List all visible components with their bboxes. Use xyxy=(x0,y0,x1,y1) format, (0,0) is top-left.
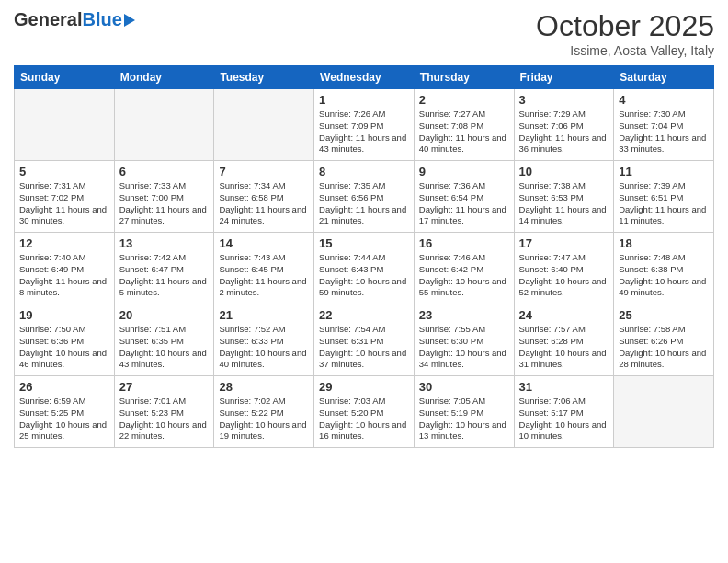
calendar-cell: 27Sunrise: 7:01 AM Sunset: 5:23 PM Dayli… xyxy=(114,376,214,448)
day-info: Sunrise: 7:06 AM Sunset: 5:17 PM Dayligh… xyxy=(519,396,609,442)
calendar-cell: 7Sunrise: 7:34 AM Sunset: 6:58 PM Daylig… xyxy=(214,161,314,233)
day-number: 28 xyxy=(219,380,309,394)
day-info: Sunrise: 7:58 AM Sunset: 6:26 PM Dayligh… xyxy=(619,324,709,371)
day-number: 2 xyxy=(419,93,509,107)
day-number: 23 xyxy=(419,308,509,322)
day-number: 11 xyxy=(619,165,709,178)
calendar-cell xyxy=(114,89,214,161)
calendar-header: SundayMondayTuesdayWednesdayThursdayFrid… xyxy=(15,66,714,89)
day-info: Sunrise: 7:42 AM Sunset: 6:47 PM Dayligh… xyxy=(119,252,210,299)
day-info: Sunrise: 7:48 AM Sunset: 6:38 PM Dayligh… xyxy=(619,252,709,299)
calendar-cell: 21Sunrise: 7:52 AM Sunset: 6:33 PM Dayli… xyxy=(214,304,314,376)
calendar-cell: 6Sunrise: 7:33 AM Sunset: 7:00 PM Daylig… xyxy=(114,161,214,233)
day-info: Sunrise: 7:34 AM Sunset: 6:58 PM Dayligh… xyxy=(219,180,309,227)
day-number: 21 xyxy=(219,308,309,322)
logo-general: General xyxy=(14,9,82,29)
day-info: Sunrise: 6:59 AM Sunset: 5:25 PM Dayligh… xyxy=(19,396,109,442)
week-row-5: 26Sunrise: 6:59 AM Sunset: 5:25 PM Dayli… xyxy=(15,376,714,448)
logo-text: GeneralBlue xyxy=(14,9,135,30)
day-number: 20 xyxy=(119,308,210,322)
calendar-body: 1Sunrise: 7:26 AM Sunset: 7:09 PM Daylig… xyxy=(15,89,714,448)
day-number: 5 xyxy=(19,165,109,178)
calendar-cell: 28Sunrise: 7:02 AM Sunset: 5:22 PM Dayli… xyxy=(214,376,314,448)
calendar-cell xyxy=(214,89,314,161)
day-info: Sunrise: 7:46 AM Sunset: 6:42 PM Dayligh… xyxy=(419,252,509,299)
day-info: Sunrise: 7:47 AM Sunset: 6:40 PM Dayligh… xyxy=(519,252,609,299)
calendar-cell: 10Sunrise: 7:38 AM Sunset: 6:53 PM Dayli… xyxy=(514,161,614,233)
day-info: Sunrise: 7:30 AM Sunset: 7:04 PM Dayligh… xyxy=(619,109,709,155)
calendar-cell: 2Sunrise: 7:27 AM Sunset: 7:08 PM Daylig… xyxy=(414,89,514,161)
calendar-cell: 16Sunrise: 7:46 AM Sunset: 6:42 PM Dayli… xyxy=(414,233,514,304)
calendar-cell: 26Sunrise: 6:59 AM Sunset: 5:25 PM Dayli… xyxy=(15,376,115,448)
calendar-cell: 19Sunrise: 7:50 AM Sunset: 6:36 PM Dayli… xyxy=(15,304,115,376)
weekday-header-monday: Monday xyxy=(114,66,214,89)
day-number: 15 xyxy=(319,236,409,250)
calendar-cell: 4Sunrise: 7:30 AM Sunset: 7:04 PM Daylig… xyxy=(614,89,714,161)
day-number: 9 xyxy=(419,165,509,178)
day-info: Sunrise: 7:55 AM Sunset: 6:30 PM Dayligh… xyxy=(419,324,509,371)
day-info: Sunrise: 7:35 AM Sunset: 6:56 PM Dayligh… xyxy=(319,180,409,227)
day-number: 1 xyxy=(319,93,409,107)
logo: GeneralBlue xyxy=(14,9,135,30)
calendar-cell: 3Sunrise: 7:29 AM Sunset: 7:06 PM Daylig… xyxy=(514,89,614,161)
day-info: Sunrise: 7:36 AM Sunset: 6:54 PM Dayligh… xyxy=(419,180,509,227)
day-number: 26 xyxy=(19,380,109,394)
day-info: Sunrise: 7:29 AM Sunset: 7:06 PM Dayligh… xyxy=(519,109,609,155)
day-number: 12 xyxy=(19,236,109,250)
day-info: Sunrise: 7:52 AM Sunset: 6:33 PM Dayligh… xyxy=(219,324,309,371)
calendar-cell: 17Sunrise: 7:47 AM Sunset: 6:40 PM Dayli… xyxy=(514,233,614,304)
subtitle: Issime, Aosta Valley, Italy xyxy=(536,43,714,58)
calendar-cell xyxy=(614,376,714,448)
month-title: October 2025 xyxy=(536,9,714,43)
day-number: 30 xyxy=(419,380,509,394)
day-number: 24 xyxy=(519,308,609,322)
day-info: Sunrise: 7:33 AM Sunset: 7:00 PM Dayligh… xyxy=(119,180,210,227)
logo-arrow-icon xyxy=(124,14,135,27)
day-info: Sunrise: 7:40 AM Sunset: 6:49 PM Dayligh… xyxy=(19,252,109,299)
weekday-header-tuesday: Tuesday xyxy=(214,66,314,89)
day-number: 14 xyxy=(219,236,309,250)
calendar-cell: 25Sunrise: 7:58 AM Sunset: 6:26 PM Dayli… xyxy=(614,304,714,376)
day-number: 17 xyxy=(519,236,609,250)
calendar-cell: 20Sunrise: 7:51 AM Sunset: 6:35 PM Dayli… xyxy=(114,304,214,376)
calendar-cell: 9Sunrise: 7:36 AM Sunset: 6:54 PM Daylig… xyxy=(414,161,514,233)
day-number: 18 xyxy=(619,236,709,250)
day-info: Sunrise: 7:26 AM Sunset: 7:09 PM Dayligh… xyxy=(319,109,409,155)
calendar-cell: 5Sunrise: 7:31 AM Sunset: 7:02 PM Daylig… xyxy=(15,161,115,233)
calendar-cell: 30Sunrise: 7:05 AM Sunset: 5:19 PM Dayli… xyxy=(414,376,514,448)
calendar-cell: 23Sunrise: 7:55 AM Sunset: 6:30 PM Dayli… xyxy=(414,304,514,376)
day-number: 3 xyxy=(519,93,609,107)
calendar-table: SundayMondayTuesdayWednesdayThursdayFrid… xyxy=(14,65,714,448)
calendar-cell: 29Sunrise: 7:03 AM Sunset: 5:20 PM Dayli… xyxy=(314,376,415,448)
header: GeneralBlue October 2025 Issime, Aosta V… xyxy=(14,9,714,58)
day-info: Sunrise: 7:02 AM Sunset: 5:22 PM Dayligh… xyxy=(219,396,309,442)
day-number: 25 xyxy=(619,308,709,322)
weekday-header-thursday: Thursday xyxy=(414,66,514,89)
calendar-cell xyxy=(15,89,115,161)
day-info: Sunrise: 7:03 AM Sunset: 5:20 PM Dayligh… xyxy=(319,396,409,442)
week-row-3: 12Sunrise: 7:40 AM Sunset: 6:49 PM Dayli… xyxy=(15,233,714,304)
day-number: 4 xyxy=(619,93,709,107)
week-row-4: 19Sunrise: 7:50 AM Sunset: 6:36 PM Dayli… xyxy=(15,304,714,376)
day-number: 7 xyxy=(219,165,309,178)
weekday-header-friday: Friday xyxy=(514,66,614,89)
calendar-cell: 11Sunrise: 7:39 AM Sunset: 6:51 PM Dayli… xyxy=(614,161,714,233)
calendar-cell: 31Sunrise: 7:06 AM Sunset: 5:17 PM Dayli… xyxy=(514,376,614,448)
calendar-cell: 15Sunrise: 7:44 AM Sunset: 6:43 PM Dayli… xyxy=(314,233,415,304)
calendar-cell: 1Sunrise: 7:26 AM Sunset: 7:09 PM Daylig… xyxy=(314,89,415,161)
day-info: Sunrise: 7:54 AM Sunset: 6:31 PM Dayligh… xyxy=(319,324,409,371)
calendar-cell: 24Sunrise: 7:57 AM Sunset: 6:28 PM Dayli… xyxy=(514,304,614,376)
day-number: 8 xyxy=(319,165,409,178)
logo-blue: Blue xyxy=(82,9,121,29)
day-number: 31 xyxy=(519,380,609,394)
day-info: Sunrise: 7:44 AM Sunset: 6:43 PM Dayligh… xyxy=(319,252,409,299)
day-info: Sunrise: 7:01 AM Sunset: 5:23 PM Dayligh… xyxy=(119,396,210,442)
day-number: 22 xyxy=(319,308,409,322)
weekday-header-row: SundayMondayTuesdayWednesdayThursdayFrid… xyxy=(15,66,714,89)
day-number: 19 xyxy=(19,308,109,322)
calendar-cell: 13Sunrise: 7:42 AM Sunset: 6:47 PM Dayli… xyxy=(114,233,214,304)
weekday-header-sunday: Sunday xyxy=(15,66,115,89)
day-info: Sunrise: 7:43 AM Sunset: 6:45 PM Dayligh… xyxy=(219,252,309,299)
day-number: 6 xyxy=(119,165,210,178)
calendar-cell: 22Sunrise: 7:54 AM Sunset: 6:31 PM Dayli… xyxy=(314,304,415,376)
